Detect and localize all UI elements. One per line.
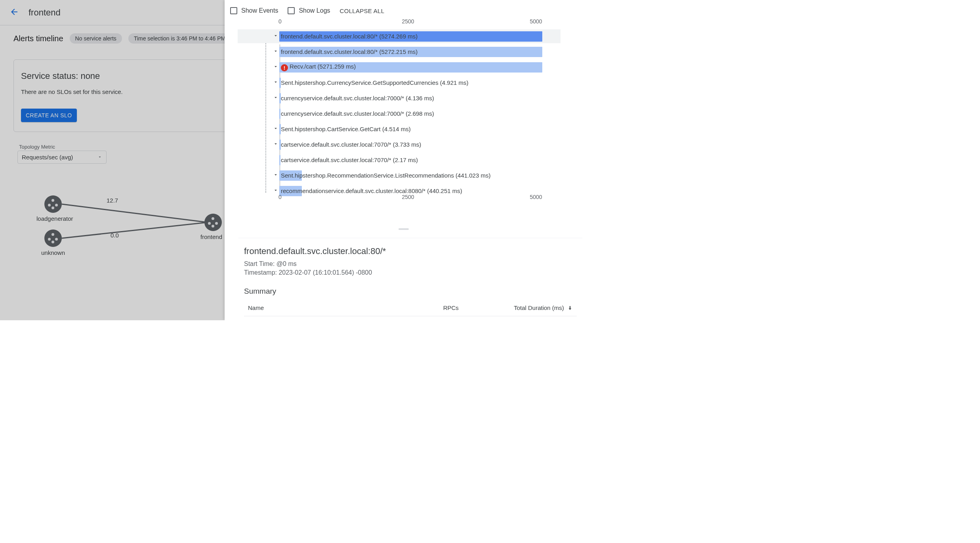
chevron-down-icon[interactable] <box>272 95 280 101</box>
waterfall-row[interactable]: cartservice.default.svc.cluster.local:70… <box>238 153 561 167</box>
waterfall-row[interactable]: Sent.hipstershop.CartService.GetCart (4.… <box>238 122 561 136</box>
waterfall-row[interactable]: recommendationservice.default.svc.cluste… <box>238 184 561 198</box>
span-label: Sent.hipstershop.CurrencyService.GetSupp… <box>281 79 469 86</box>
waterfall-row[interactable]: currencyservice.default.svc.cluster.loca… <box>238 107 561 120</box>
trace-waterfall: 0 2500 5000 frontend.default.svc.cluster… <box>238 18 582 197</box>
span-label: Sent.hipstershop.RecommendationService.L… <box>281 172 490 179</box>
axis-tick: 0 <box>278 18 282 25</box>
waterfall-row[interactable]: Sent.hipstershop.CurrencyService.GetSupp… <box>238 76 561 90</box>
chevron-down-icon[interactable] <box>272 79 280 86</box>
chevron-down-icon[interactable] <box>272 141 280 148</box>
edge-loadgenerator-frontend-label: 12.7 <box>107 197 118 204</box>
span-timestamp: Timestamp: 2023-02-07 (16:10:01.564) -08… <box>244 268 577 277</box>
svg-line-1 <box>62 222 208 238</box>
waterfall-row[interactable]: frontend.default.svc.cluster.local:80/* … <box>238 29 561 43</box>
waterfall-rows: frontend.default.svc.cluster.local:80/* … <box>238 29 561 198</box>
span-label: cartservice.default.svc.cluster.local:70… <box>281 141 421 148</box>
span-label: recommendationservice.default.svc.cluste… <box>281 187 462 194</box>
span-detail-title: frontend.default.svc.cluster.local:80/* <box>244 246 577 256</box>
span-label: Sent.hipstershop.CartService.GetCart (4.… <box>281 126 411 132</box>
checkbox-icon <box>230 7 237 14</box>
topology-metric-select[interactable]: Requests/sec (avg) <box>17 151 107 164</box>
topology-node-loadgenerator[interactable] <box>44 195 62 213</box>
chevron-down-icon[interactable] <box>272 48 280 55</box>
show-logs-checkbox[interactable]: Show Logs <box>288 7 330 14</box>
summary-row-name: frontend.default.svc.cluster.local:80/* <box>244 316 423 320</box>
alerts-timeline-title: Alerts timeline <box>13 34 63 43</box>
summary-col-duration[interactable]: Total Duration (ms) <box>463 301 577 316</box>
span-label: cartservice.default.svc.cluster.local:70… <box>281 157 418 163</box>
summary-row-rpcs: 2 <box>423 316 463 320</box>
span-label: frontend.default.svc.cluster.local:80/* … <box>281 48 418 55</box>
topology-node-loadgenerator-label: loadgenerator <box>36 215 73 222</box>
summary-row-duration: 10,546.484 <box>463 316 577 320</box>
edge-unknown-frontend-label: 0.0 <box>111 232 119 239</box>
back-arrow-icon[interactable] <box>10 7 19 18</box>
no-service-alerts-chip[interactable]: No service alerts <box>70 33 122 44</box>
show-events-label: Show Events <box>241 7 278 14</box>
summary-col-name[interactable]: Name <box>244 301 423 316</box>
svg-line-0 <box>62 204 208 222</box>
waterfall-row[interactable]: cartservice.default.svc.cluster.local:70… <box>238 138 561 151</box>
checkbox-icon <box>288 7 295 14</box>
axis-tick: 5000 <box>530 18 542 25</box>
topology-node-unknown-label: unknown <box>41 249 65 256</box>
chevron-down-icon[interactable] <box>272 172 280 179</box>
waterfall-row[interactable]: !Recv./cart (5271.259 ms) <box>238 60 561 74</box>
topology-node-frontend[interactable] <box>204 214 222 231</box>
chevron-down-icon[interactable] <box>272 187 280 194</box>
span-start-time: Start Time: @0 ms <box>244 260 577 268</box>
time-selection-chip[interactable]: Time selection is 3:46 PM to 4:46 PM G <box>128 33 237 44</box>
summary-row[interactable]: frontend.default.svc.cluster.local:80/* … <box>244 316 577 320</box>
axis-tick: 5000 <box>530 194 542 200</box>
span-bar[interactable] <box>279 109 280 119</box>
create-slo-button[interactable]: CREATE AN SLO <box>21 109 77 122</box>
axis-tick: 2500 <box>402 194 414 200</box>
summary-heading: Summary <box>244 287 577 296</box>
error-icon: ! <box>281 64 288 71</box>
summary-col-rpcs[interactable]: RPCs <box>423 301 463 316</box>
span-label: currencyservice.default.svc.cluster.loca… <box>281 110 434 117</box>
axis-tick: 2500 <box>402 18 414 25</box>
span-label: !Recv./cart (5271.259 ms) <box>281 63 356 72</box>
waterfall-row[interactable]: Sent.hipstershop.RecommendationService.L… <box>238 168 561 182</box>
trace-detail-panel: Show Events Show Logs COLLAPSE ALL 0 250… <box>225 0 582 320</box>
chevron-down-icon <box>97 154 102 161</box>
show-logs-label: Show Logs <box>299 7 330 14</box>
page-title: frontend <box>29 8 61 18</box>
summary-table: Name RPCs Total Duration (ms) frontend.d… <box>244 301 577 320</box>
topology-metric-value: Requests/sec (avg) <box>22 154 73 161</box>
chevron-down-icon[interactable] <box>272 64 280 71</box>
axis-tick: 0 <box>278 194 282 200</box>
panel-toolbar: Show Events Show Logs COLLAPSE ALL <box>225 0 582 18</box>
topology-node-unknown[interactable] <box>44 229 62 247</box>
panel-resize-handle[interactable] <box>398 228 409 230</box>
span-label: currencyservice.default.svc.cluster.loca… <box>281 95 434 101</box>
sort-desc-icon <box>566 304 573 311</box>
chevron-down-icon[interactable] <box>272 126 280 132</box>
collapse-all-button[interactable]: COLLAPSE ALL <box>340 8 385 14</box>
waterfall-row[interactable]: currencyservice.default.svc.cluster.loca… <box>238 91 561 105</box>
topology-node-frontend-label: frontend <box>200 233 222 240</box>
span-label: frontend.default.svc.cluster.local:80/* … <box>281 33 418 40</box>
show-events-checkbox[interactable]: Show Events <box>230 7 278 14</box>
waterfall-row[interactable]: frontend.default.svc.cluster.local:80/* … <box>238 45 561 59</box>
span-detail-card: frontend.default.svc.cluster.local:80/* … <box>238 238 582 320</box>
span-bar[interactable] <box>279 155 280 165</box>
chevron-down-icon[interactable] <box>272 33 280 40</box>
